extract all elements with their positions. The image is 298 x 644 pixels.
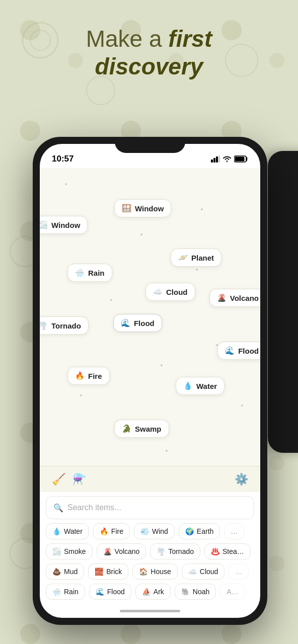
planet-emoji: 🪐 (178, 253, 188, 262)
grid-tornado-label: Tornado (168, 547, 194, 555)
battery-icon (234, 155, 248, 163)
status-icons (211, 155, 248, 163)
settings-icon[interactable]: ⚙️ (235, 473, 248, 486)
grid-item-overflow3: A… (220, 584, 245, 600)
dot (140, 233, 142, 235)
volcano-emoji: 🌋 (217, 293, 227, 302)
grid-mud-emoji: 💩 (52, 568, 61, 576)
grid-item-mud[interactable]: 💩 Mud (46, 564, 84, 580)
grid-brick-label: Brick (106, 568, 122, 576)
chip-volcano[interactable]: 🌋 Volcano (209, 289, 260, 307)
svg-rect-12 (211, 159, 213, 163)
chip-window-label: Window (135, 204, 164, 213)
svg-rect-15 (218, 155, 220, 163)
grid-item-noah[interactable]: 🐘 Noah (175, 584, 216, 600)
chip-window[interactable]: 🪟 Window (114, 199, 171, 217)
svg-point-2 (87, 76, 115, 105)
toolbar-left-icons: 🧹 ⚗️ (52, 473, 86, 486)
grid-brick-emoji: 🧱 (95, 568, 103, 576)
chip-flood-discovery-container[interactable]: 🌊 Flood First Discovery (119, 314, 156, 321)
swamp-emoji: 🐊 (122, 424, 131, 433)
grid-flood-label: Flood (107, 588, 125, 596)
flood-right-emoji: 🌊 (225, 346, 235, 355)
dot (80, 394, 82, 396)
phone-screen: 10:57 (40, 144, 260, 618)
chip-flood-discovery-label: Flood (134, 319, 155, 328)
flood-emoji: 🌊 (121, 318, 130, 328)
chip-smoke[interactable]: 🌫️ Window (40, 216, 88, 234)
grid-fire-emoji: 🔥 (100, 527, 108, 535)
grid-earth-label: Earth (197, 527, 213, 535)
chip-tornado-label: Tornado (51, 321, 81, 330)
chip-rain[interactable]: 🌧️ Rain (67, 264, 112, 282)
dot (196, 269, 198, 271)
phone-notch (115, 137, 185, 153)
grid-item-earth[interactable]: 🌍 Earth (179, 523, 220, 539)
bottom-toolbar: 🧹 ⚗️ ⚙️ (40, 466, 260, 492)
grid-fire-label: Fire (111, 527, 123, 535)
dot (65, 183, 67, 185)
chip-swamp[interactable]: 🐊 Swamp (114, 420, 169, 438)
grid-item-wind[interactable]: 💨 Wind (134, 523, 175, 539)
grid-earth-emoji: 🌍 (185, 527, 194, 535)
broom-icon[interactable]: 🧹 (52, 473, 65, 486)
grid-item-overflow2: … (229, 564, 249, 580)
grid-item-water[interactable]: 💧 Water (46, 523, 89, 539)
secondary-phone (268, 151, 298, 453)
header-line1: Make a (86, 26, 169, 52)
chip-flood-right[interactable]: 🌊 Flood (217, 342, 260, 360)
dot (166, 450, 168, 452)
grid-water-label: Water (64, 527, 83, 535)
grid-item-house[interactable]: 🏠 House (132, 564, 177, 580)
grid-item-fire[interactable]: 🔥 Fire (93, 523, 130, 539)
grid-house-emoji: 🏠 (139, 568, 147, 576)
canvas-area[interactable]: 🌫️ Window 🪟 Window 🪐 Planet 🌧️ Rain ☁️ (40, 168, 260, 466)
svg-rect-14 (216, 156, 218, 163)
grid-item-flood[interactable]: 🌊 Flood (89, 584, 131, 600)
home-bar (120, 610, 180, 612)
grid-item-steam[interactable]: ♨️ Stea… (204, 543, 251, 559)
chip-water-label: Water (196, 382, 217, 390)
chip-cloud[interactable]: ☁️ Cloud (145, 283, 195, 301)
chip-swamp-label: Swamp (135, 425, 162, 433)
tornado-emoji: 🌪️ (40, 321, 48, 330)
wifi-icon (222, 155, 232, 163)
chip-fire-label: Fire (88, 372, 102, 380)
grid-mud-label: Mud (64, 568, 78, 576)
grid-item-ark[interactable]: ⛵ Ark (135, 584, 171, 600)
chip-water[interactable]: 💧 Water (176, 377, 225, 395)
grid-cloud-emoji: ☁️ (188, 568, 197, 576)
water-emoji: 💧 (183, 381, 193, 390)
grid-item-overflow1: … (224, 523, 244, 539)
signal-icon (211, 155, 220, 163)
svg-rect-17 (235, 157, 245, 162)
grid-item-tornado[interactable]: 🌪️ Tornado (150, 543, 200, 559)
chip-cloud-label: Cloud (166, 288, 188, 296)
search-bar[interactable]: 🔍 Search items... (46, 496, 254, 519)
grid-item-rain[interactable]: 🌧️ Rain (46, 584, 85, 600)
grid-item-brick[interactable]: 🧱 Brick (88, 564, 128, 580)
grid-item-cloud[interactable]: ☁️ Cloud (182, 564, 225, 580)
dot (110, 299, 112, 301)
grid-steam-emoji: ♨️ (211, 547, 219, 555)
grid-cloud-label: Cloud (200, 568, 218, 576)
chip-fire[interactable]: 🔥 Fire (67, 367, 110, 385)
grid-flood-emoji: 🌊 (96, 588, 104, 596)
chip-planet-label: Planet (191, 254, 214, 262)
chip-flood-discovery[interactable]: 🌊 Flood (113, 314, 162, 332)
chip-tornado[interactable]: 🌪️ Tornado (40, 316, 89, 335)
window-emoji: 🪟 (122, 204, 131, 213)
grid-item-volcano[interactable]: 🌋 Volcano (97, 543, 146, 559)
filter-icon[interactable]: ⚗️ (72, 473, 86, 486)
grid-ark-emoji: ⛵ (142, 588, 151, 596)
header-area: Make a first discovery (0, 25, 298, 80)
grid-house-label: House (151, 568, 171, 576)
chip-planet[interactable]: 🪐 Planet (171, 249, 221, 267)
grid-smoke-emoji: 🌫️ (52, 547, 61, 555)
status-time: 10:57 (52, 154, 73, 164)
grid-rain-label: Rain (64, 588, 79, 596)
dot (241, 405, 243, 407)
search-placeholder-text: Search items... (67, 503, 121, 512)
grid-tornado-emoji: 🌪️ (157, 547, 165, 555)
grid-item-smoke[interactable]: 🌫️ Smoke (46, 543, 93, 559)
